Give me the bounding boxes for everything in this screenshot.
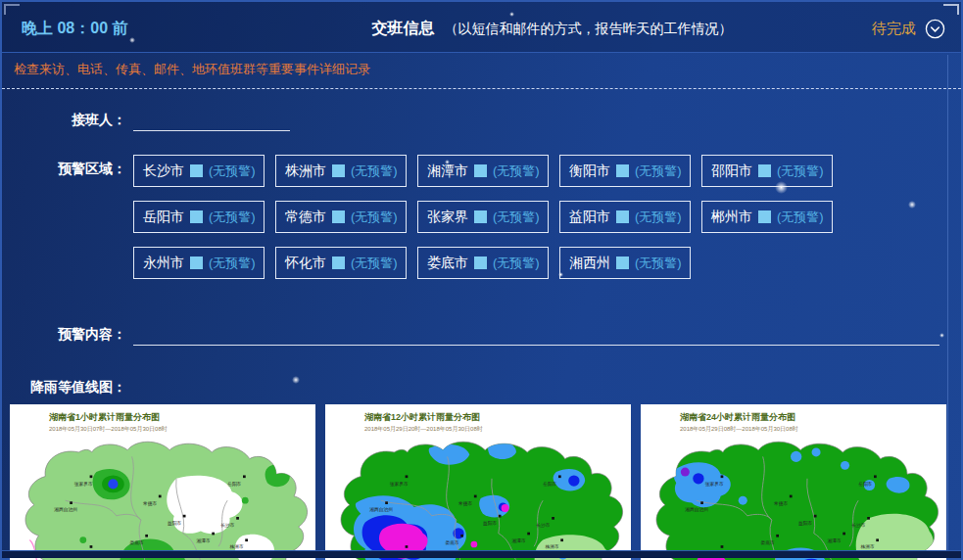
svg-text:长沙市: 长沙市 (220, 522, 235, 528)
star-dot (908, 201, 916, 209)
deadline-time-label: 晚上 08：00 前 (22, 19, 232, 39)
city-name-label: 岳阳市 (143, 209, 184, 226)
status-badge: 待完成 (872, 20, 916, 38)
warning-city-box[interactable]: 常德市(无预警) (275, 201, 407, 233)
map-date-range: 2018年05月30日07时—2018年05月30日08时 (49, 425, 315, 434)
svg-text:株洲市: 株洲市 (229, 544, 244, 550)
warning-city-box[interactable]: 长沙市(无预警) (133, 155, 265, 187)
star-dot (509, 12, 514, 17)
svg-text:益阳市: 益阳市 (168, 520, 182, 527)
svg-text:常德市: 常德市 (143, 500, 158, 507)
city-warning-checkbox[interactable] (474, 164, 487, 177)
no-warning-label: (无预警) (209, 209, 256, 226)
star-dot (558, 272, 563, 277)
map-title: 湖南省12小时累计雨量分布图 (364, 411, 631, 424)
star-dot (445, 160, 450, 164)
city-warning-checkbox[interactable] (332, 257, 345, 269)
city-warning-checkbox[interactable] (190, 210, 203, 223)
no-warning-label: (无预警) (493, 255, 540, 272)
city-name-label: 怀化市 (285, 255, 326, 272)
corner-bracket-decoration (4, 4, 20, 15)
warning-city-box[interactable]: 株洲市(无预警) (275, 155, 407, 187)
map-title: 湖南省24小时累计雨量分布图 (680, 411, 946, 424)
svg-text:娄底市: 娄底市 (129, 539, 144, 545)
corner-bracket-decoration (943, 4, 959, 15)
city-warning-checkbox[interactable] (474, 257, 487, 269)
svg-text:湘潭市: 湘潭市 (511, 537, 526, 543)
city-name-label: 长沙市 (143, 163, 184, 180)
warning-city-box[interactable]: 益阳市(无预警) (559, 201, 691, 233)
page-title: 交班信息 (372, 20, 435, 36)
warning-content-input[interactable] (133, 324, 939, 346)
city-name-label: 湘潭市 (427, 163, 468, 180)
city-name-label: 益阳市 (569, 209, 610, 226)
shift-handover-panel: 晚上 08：00 前 交班信息 （以短信和邮件的方式，报告昨天的工作情况） 待完… (0, 0, 963, 560)
rainfall-map-12h[interactable]: 湖南省12小时累计雨量分布图 2018年05月29日20时—2018年05月30… (325, 404, 631, 560)
warning-city-box[interactable]: 湘潭市(无预警) (417, 155, 549, 187)
no-warning-label: (无预警) (777, 163, 824, 180)
city-name-label: 衡阳市 (569, 163, 610, 180)
warning-city-box[interactable]: 郴州市(无预警) (701, 201, 833, 233)
svg-text:益阳市: 益阳市 (798, 520, 813, 527)
header-bar: 晚上 08：00 前 交班信息 （以短信和邮件的方式，报告昨天的工作情况） 待完… (2, 2, 961, 53)
city-name-label: 娄底市 (427, 255, 468, 272)
city-warning-checkbox[interactable] (758, 210, 771, 223)
city-name-label: 湘西州 (569, 255, 610, 272)
warning-city-box[interactable]: 湘西州(无预警) (559, 247, 691, 279)
svg-text:张家界市: 张家界市 (705, 481, 724, 488)
city-warning-checkbox[interactable] (616, 164, 629, 177)
footer-bar (2, 550, 961, 558)
star-dot (129, 37, 135, 43)
warning-city-box[interactable]: 张家界(无预警) (417, 201, 549, 233)
svg-text:株洲市: 株洲市 (545, 544, 559, 550)
receiver-input[interactable] (133, 110, 290, 131)
no-warning-label: (无预警) (209, 255, 256, 272)
city-name-label: 常德市 (285, 209, 326, 226)
warning-city-box[interactable]: 岳阳市(无预警) (133, 201, 265, 233)
map-date-range: 2018年05月29日08时—2018年05月30日08时 (680, 425, 946, 434)
city-warning-checkbox[interactable] (332, 210, 345, 223)
rainfall-map-1h[interactable]: 湖南省1小时累计雨量分布图 2018年05月30日07时—2018年05月30日… (10, 404, 315, 560)
header-title-group: 交班信息 （以短信和邮件的方式，报告昨天的工作情况） (232, 19, 872, 39)
no-warning-label: (无预警) (635, 163, 682, 180)
city-name-label: 邵阳市 (711, 163, 752, 180)
svg-text:张家界市: 张家界市 (390, 481, 409, 488)
rainfall-section-label: 降雨等值线图： (2, 373, 126, 397)
city-warning-checkbox[interactable] (474, 210, 487, 223)
svg-text:常德市: 常德市 (458, 500, 473, 507)
warning-city-box[interactable]: 衡阳市(无预警) (559, 155, 691, 187)
city-warning-checkbox[interactable] (616, 210, 629, 223)
no-warning-label: (无预警) (209, 163, 256, 180)
no-warning-label: (无预警) (351, 209, 398, 226)
city-warning-checkbox[interactable] (190, 257, 203, 269)
warning-city-box[interactable]: 娄底市(无预警) (417, 247, 549, 279)
svg-text:株洲市: 株洲市 (860, 544, 875, 550)
no-warning-label: (无预警) (493, 209, 540, 226)
city-warning-checkbox[interactable] (616, 257, 629, 269)
svg-text:张家界市: 张家界市 (74, 481, 93, 488)
star-dot (292, 376, 300, 384)
city-warning-checkbox[interactable] (190, 164, 203, 177)
svg-text:岳阳市: 岳阳市 (542, 481, 557, 488)
svg-text:岳阳市: 岳阳市 (226, 481, 242, 488)
warning-city-box[interactable]: 邵阳市(无预警) (701, 155, 833, 187)
warning-area-label: 预警区域： (2, 155, 126, 178)
warning-city-box[interactable]: 怀化市(无预警) (275, 247, 407, 279)
inspection-notice: 检查来访、电话、传真、邮件、地环值班群等重要事件详细记录 (2, 53, 961, 89)
map-title: 湖南省1小时累计雨量分布图 (49, 411, 315, 424)
no-warning-label: (无预警) (493, 163, 540, 180)
page-subtitle: （以短信和邮件的方式，报告昨天的工作情况） (444, 21, 732, 36)
warning-city-box[interactable]: 永州市(无预警) (133, 247, 265, 279)
svg-text:益阳市: 益阳市 (483, 520, 498, 527)
svg-text:湘潭市: 湘潭市 (196, 537, 211, 543)
city-warning-checkbox[interactable] (758, 164, 771, 177)
svg-text:长沙市: 长沙市 (536, 522, 551, 528)
no-warning-label: (无预警) (351, 255, 398, 272)
svg-text:长沙市: 长沙市 (851, 522, 866, 528)
rainfall-map-24h[interactable]: 湖南省24小时累计雨量分布图 2018年05月29日08时—2018年05月30… (641, 404, 946, 560)
city-warning-checkbox[interactable] (332, 164, 345, 177)
hunan-rainfall-map-image: 张家界市湘西自治州常德市益阳市岳阳市长沙市怀化市娄底市湘潭市株洲市邵阳市衡阳市永… (10, 435, 310, 560)
no-warning-label: (无预警) (777, 209, 824, 226)
svg-text:湘潭市: 湘潭市 (827, 537, 842, 543)
chevron-down-icon[interactable] (925, 19, 945, 39)
